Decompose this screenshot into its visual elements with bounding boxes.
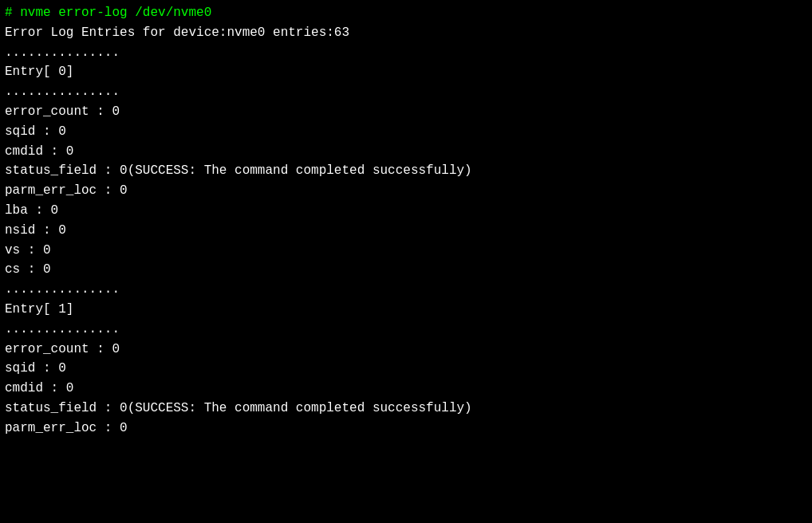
field-spacing: : 0: [89, 342, 120, 356]
field-spacing: : 0: [28, 243, 51, 258]
field-name: parm_err_loc: [5, 421, 97, 435]
field-name: cs: [5, 262, 28, 277]
dots-0: ...............: [5, 43, 807, 63]
field-vs-0: vs : 0: [5, 241, 807, 261]
field-sqid-0: sqid : 0: [5, 122, 807, 142]
dots-2: ...............: [5, 280, 807, 300]
field-name: sqid: [5, 124, 43, 139]
terminal-output: # nvme error-log /dev/nvme0 Error Log En…: [5, 3, 807, 438]
field-spacing: : 0: [97, 104, 120, 119]
field-spacing: : 0(SUCCESS: The command completed succe…: [97, 401, 471, 415]
field-spacing: : 0: [51, 144, 74, 159]
field-nsid-0: nsid : 0: [5, 221, 807, 241]
dots-3: ...............: [5, 320, 807, 340]
field-name: parm_err_loc: [5, 183, 97, 198]
header-line: Error Log Entries for device:nvme0 entri…: [5, 23, 807, 43]
field-name: vs: [5, 243, 28, 258]
field-spacing: : 0: [35, 203, 58, 218]
field-spacing: : 0: [43, 124, 66, 139]
field-name: nsid: [5, 223, 43, 238]
field-cmdid-0: cmdid : 0: [5, 142, 807, 162]
field-name: error_count: [5, 342, 89, 356]
field-name: lba: [5, 203, 35, 218]
field-sqid-1: sqid : 0: [5, 359, 807, 379]
field-parm-1: parm_err_loc : 0: [5, 419, 807, 438]
field-name: cmdid: [5, 144, 51, 159]
field-name: sqid: [5, 361, 43, 376]
field-name: error_count: [5, 104, 89, 119]
field-status-0: status_field : 0(SUCCESS: The command co…: [5, 161, 807, 181]
field-cmdid-1: cmdid : 0: [5, 379, 807, 399]
field-cs-0: cs : 0: [5, 260, 807, 280]
field-spacing: : 0: [97, 421, 127, 435]
field-error-count-1: error_count : 0: [5, 340, 807, 360]
field-spacing: : 0: [28, 262, 51, 277]
field-error-count-0: error_count : 0: [5, 102, 807, 122]
field-name: cmdid: [5, 381, 51, 395]
entry0-header: Entry[ 0]: [5, 62, 807, 82]
field-spacing: : 0: [43, 361, 66, 376]
field-name: status_field: [5, 163, 97, 178]
field-name: status_field: [5, 401, 97, 415]
field-spacing: : 0(SUCCESS: The command completed succe…: [97, 163, 471, 178]
field-spacing: : 0: [43, 223, 66, 238]
command-line: # nvme error-log /dev/nvme0: [5, 3, 807, 23]
field-lba-0: lba : 0: [5, 201, 807, 221]
entry1-header: Entry[ 1]: [5, 300, 807, 320]
field-parm-0: parm_err_loc : 0: [5, 181, 807, 201]
field-status-1: status_field : 0(SUCCESS: The command co…: [5, 399, 807, 419]
field-spacing: : 0: [97, 183, 127, 198]
dots-1: ...............: [5, 82, 807, 102]
field-spacing: : 0: [51, 381, 74, 395]
